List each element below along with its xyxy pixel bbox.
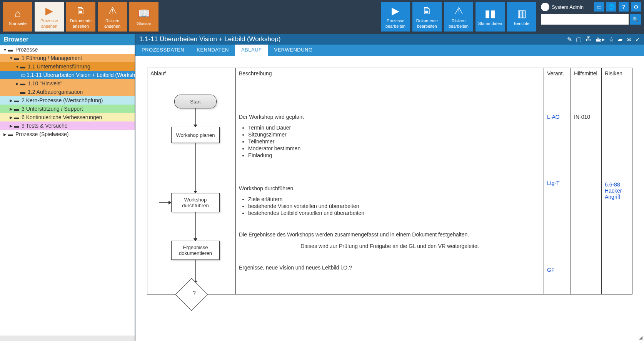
col-beschreibung: Beschreibung — [236, 68, 544, 79]
tree-root-prozesse[interactable]: ▼▬Prozesse — [0, 45, 135, 54]
verant-link-2[interactable]: Ltg-T — [547, 180, 567, 186]
process-table: Ablauf Beschreibung Verant. Hilfsmittel … — [147, 68, 632, 294]
folder-icon: ▬ — [14, 106, 21, 112]
nav-documents-edit[interactable]: 🗎 Dokumente bearbeiten — [412, 2, 442, 32]
tree-node-1-1[interactable]: ▼▬1.1 Unternehmensführung — [0, 62, 135, 71]
warning-icon: ⚠ — [108, 5, 117, 17]
sidebar-scrollbar[interactable] — [0, 336, 135, 341]
avatar-icon: 🛠 — [541, 3, 549, 11]
document-icon: 🗎 — [76, 5, 86, 17]
flow-decision — [175, 278, 208, 311]
row-3-desc: Die Ergebnisse des Workshops werden zusa… — [239, 231, 541, 249]
tree-node-3[interactable]: ▶▬3 Unterstützung / Support — [0, 105, 135, 113]
window-icon[interactable]: ▢ — [576, 36, 582, 43]
col-verant: Verant. — [544, 68, 571, 79]
col-ablauf: Ablauf — [147, 68, 236, 79]
tree-node-1[interactable]: ▼▬1 Führung / Management — [0, 54, 135, 62]
tag-edit-icon: ▶ — [392, 5, 399, 17]
page-title: 1.1-11 Überarbeiten Vision + Leitbild (W… — [139, 35, 567, 43]
settings-icon[interactable]: ⚙ — [631, 2, 641, 12]
flowchart: Start Workshop planen Workshop durchführ… — [147, 79, 235, 294]
folder-icon: ▬ — [20, 80, 27, 86]
folder-icon: ▬ — [14, 114, 21, 120]
header-actions: ✎ ▢ 🖶 🖶▸ ☆ ▰ ✉ ✓ — [567, 36, 640, 43]
binder-icon: ▮▮ — [485, 8, 496, 20]
document-edit-icon: 🗎 — [422, 5, 432, 17]
tree-node-1-10[interactable]: ▶▬1.10 "Hinweis" — [0, 79, 135, 88]
verant-link-4[interactable]: GF — [547, 267, 567, 273]
report-icon: ▥ — [517, 8, 527, 20]
hilfsmittel-1: IN-010 — [574, 114, 598, 120]
mail-icon[interactable]: ✉ — [626, 36, 631, 43]
resize-handle-icon[interactable]: ◢ — [639, 335, 642, 340]
sidebar-title: Browser — [0, 34, 135, 45]
folder-icon: ▬ — [20, 63, 27, 70]
process-tree: ▼▬Prozesse ▼▬1 Führung / Management ▼▬1.… — [0, 45, 135, 336]
folder-icon: ▬ — [8, 131, 15, 137]
nav-masterdata[interactable]: ▮▮ Stammdaten — [475, 2, 505, 32]
col-risiken: Risiken — [602, 68, 632, 79]
book-icon: 📖 — [138, 8, 150, 20]
tree-node-1-1-11[interactable]: ▭1.1-11 Überarbeiten Vision + Leitbild (… — [0, 71, 135, 79]
folder-icon: ▬ — [14, 123, 21, 129]
risk-link-1[interactable]: 6.6-88 Hacker-Angriff — [605, 181, 629, 200]
tab-prozessdaten[interactable]: PROZESSDATEN — [135, 45, 190, 56]
comment-icon[interactable]: ▰ — [618, 36, 622, 43]
nav-glossary[interactable]: 📖 Glossar — [129, 2, 158, 32]
sidebar: Browser ▼▬Prozesse ▼▬1 Führung / Managem… — [0, 34, 135, 341]
nav-processes-view[interactable]: ▶ Prozesse ansehen — [35, 2, 64, 32]
card-icon[interactable]: ▭ — [594, 2, 604, 12]
check-icon[interactable]: ✓ — [635, 36, 640, 43]
home-icon: ⌂ — [15, 8, 21, 20]
content-tabs: PROZESSDATEN KENNDATEN ABLAUF VERWENDUNG — [135, 45, 644, 56]
row-2-desc: Workshop durchführen Ziele erläutern bes… — [239, 185, 541, 216]
tree-node-1-2[interactable]: ▬1.2 Aufbauorganisation — [0, 88, 135, 96]
help-icon[interactable]: ? — [619, 2, 629, 12]
search-input[interactable] — [541, 14, 629, 25]
globe-icon[interactable]: 🌐 — [606, 2, 616, 12]
content-pane: 1.1-11 Überarbeiten Vision + Leitbild (W… — [135, 34, 644, 341]
nav-reports[interactable]: ▥ Berichte — [507, 2, 536, 32]
flow-step-2: Workshop durchführen — [171, 193, 220, 212]
nav-risks-view[interactable]: ⚠ Risiken ansehen — [98, 2, 127, 32]
tag-icon: ▶ — [45, 5, 53, 17]
tab-verwendung[interactable]: VERWENDUNG — [268, 45, 319, 56]
row-1-desc: Der Workshop wird geplant Termin und Dau… — [239, 114, 541, 158]
flow-step-3: Ergebnisse dokumentieren — [171, 241, 220, 260]
folder-icon: ▬ — [20, 89, 27, 95]
flow-loopback — [159, 202, 171, 287]
row-4-desc: Ergenisse, neue Vision und neues Leitbil… — [239, 264, 541, 271]
verant-link-1[interactable]: L-AO — [547, 114, 567, 120]
col-hilfsmittel: Hilfsmittel — [571, 68, 602, 79]
tree-node-9[interactable]: ▶▬9 Tests & Versuche — [0, 121, 135, 130]
user-name: System Admin — [552, 4, 592, 10]
user-area: 🛠 System Admin ▭ 🌐 ? ⚙ 🔍 — [541, 2, 641, 25]
print-all-icon[interactable]: 🖶▸ — [596, 36, 605, 43]
folder-icon: ▬ — [8, 47, 15, 53]
search-button[interactable]: 🔍 — [630, 14, 641, 25]
top-navigation: ⌂ Startseite ▶ Prozesse ansehen 🗎 Dokume… — [0, 0, 644, 34]
tree-node-2[interactable]: ▶▬2 Kern-Prozesse (Wertschöpfung) — [0, 96, 135, 105]
content-body: Ablauf Beschreibung Verant. Hilfsmittel … — [135, 56, 644, 341]
nav-group-edit: ▶ Prozesse bearbeiten 🗎 Dokumente bearbe… — [381, 2, 536, 32]
flow-decision-label: ? — [193, 290, 196, 296]
print-icon[interactable]: 🖶 — [586, 36, 592, 43]
flow-step-1: Workshop planen — [171, 127, 220, 143]
tree-root-spielwiese[interactable]: ▶▬Prozesse (Spielwiese) — [0, 130, 135, 138]
nav-group-view: ⌂ Startseite ▶ Prozesse ansehen 🗎 Dokume… — [3, 2, 158, 32]
content-header: 1.1-11 Überarbeiten Vision + Leitbild (W… — [135, 34, 644, 45]
process-icon: ▭ — [21, 72, 26, 78]
nav-risks-edit[interactable]: ⚠ Risiken bearbeiten — [444, 2, 473, 32]
tab-kenndaten[interactable]: KENNDATEN — [190, 45, 235, 56]
folder-icon: ▬ — [14, 55, 21, 61]
nav-processes-edit[interactable]: ▶ Prozesse bearbeiten — [381, 2, 410, 32]
tab-ablauf[interactable]: ABLAUF — [235, 45, 268, 56]
nav-home[interactable]: ⌂ Startseite — [3, 2, 32, 32]
nav-documents-view[interactable]: 🗎 Dokumente ansehen — [66, 2, 95, 32]
warning-edit-icon: ⚠ — [454, 5, 463, 17]
flow-start: Start — [174, 95, 217, 108]
star-icon[interactable]: ☆ — [609, 36, 614, 43]
folder-icon: ▬ — [14, 97, 21, 103]
tree-node-6[interactable]: ▶▬6 Kontinuierliche Verbesserungen — [0, 113, 135, 121]
edit-icon[interactable]: ✎ — [567, 36, 572, 43]
